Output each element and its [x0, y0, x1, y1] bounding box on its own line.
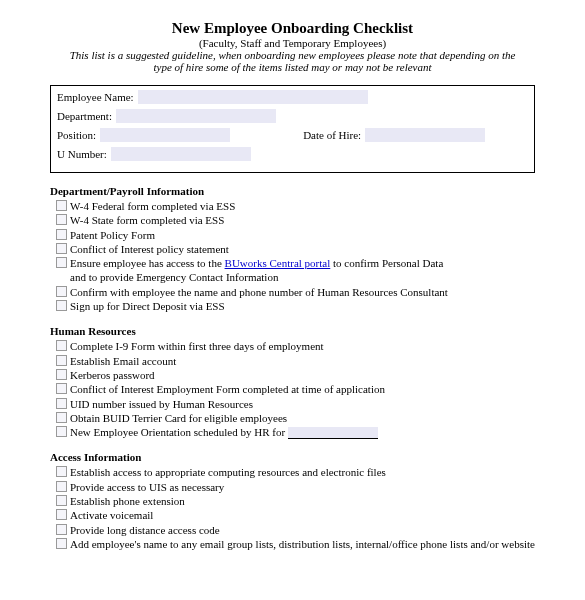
date-of-hire-label: Date of Hire:	[303, 129, 361, 141]
header: New Employee Onboarding Checklist (Facul…	[50, 20, 535, 73]
checklist-text: Confirm with employee the name and phone…	[70, 285, 535, 299]
text-fragment: New Employee Orientation scheduled by HR…	[70, 426, 288, 438]
checklist-text: Complete I-9 Form within first three day…	[70, 339, 535, 353]
checkbox[interactable]	[56, 509, 67, 520]
checklist-text: New Employee Orientation scheduled by HR…	[70, 425, 535, 439]
checklist-text: Provide long distance access code	[70, 523, 535, 537]
checkbox[interactable]	[56, 286, 67, 297]
section-dept-payroll: Department/Payroll Information W-4 Feder…	[50, 185, 535, 313]
checkbox[interactable]	[56, 398, 67, 409]
section-access-information: Access Information Establish access to a…	[50, 451, 535, 551]
checklist-text: Conflict of Interest policy statement	[70, 242, 535, 256]
employee-name-field[interactable]	[138, 90, 368, 104]
checkbox[interactable]	[56, 538, 67, 549]
checklist-text: Establish access to appropriate computin…	[70, 465, 535, 479]
position-label: Position:	[57, 129, 96, 141]
checklist-text: Establish phone extension	[70, 494, 535, 508]
buworks-link[interactable]: BUworks Central portal	[225, 257, 331, 269]
employee-info-box: Employee Name: Department: Position: Dat…	[50, 85, 535, 173]
employee-name-label: Employee Name:	[57, 91, 134, 103]
text-fragment: to confirm Personal Data	[330, 257, 443, 269]
checkbox[interactable]	[56, 426, 67, 437]
checklist-text: Add employee's name to any email group l…	[70, 537, 535, 551]
u-number-label: U Number:	[57, 148, 107, 160]
checklist-text: W-4 Federal form completed via ESS	[70, 199, 535, 213]
department-field[interactable]	[116, 109, 276, 123]
checkbox[interactable]	[56, 466, 67, 477]
checklist-text: Patent Policy Form	[70, 228, 535, 242]
checklist-text: Sign up for Direct Deposit via ESS	[70, 299, 535, 313]
checklist-text: Ensure employee has access to the BUwork…	[70, 256, 535, 270]
checkbox[interactable]	[56, 300, 67, 311]
checkbox[interactable]	[56, 369, 67, 380]
section-title-access: Access Information	[50, 451, 535, 463]
checkbox[interactable]	[56, 481, 67, 492]
checklist-text: Conflict of Interest Employment Form com…	[70, 382, 535, 396]
checkbox[interactable]	[56, 383, 67, 394]
department-label: Department:	[57, 110, 112, 122]
checkbox[interactable]	[56, 524, 67, 535]
section-human-resources: Human Resources Complete I-9 Form within…	[50, 325, 535, 439]
page-note: This list is a suggested guideline, when…	[50, 49, 535, 73]
checkbox[interactable]	[56, 243, 67, 254]
checkbox[interactable]	[56, 200, 67, 211]
checkbox[interactable]	[56, 229, 67, 240]
page-subtitle: (Faculty, Staff and Temporary Employees)	[50, 37, 535, 49]
checkbox[interactable]	[56, 412, 67, 423]
date-of-hire-field[interactable]	[365, 128, 485, 142]
position-field[interactable]	[100, 128, 230, 142]
section-title-dept-payroll: Department/Payroll Information	[50, 185, 535, 197]
checklist-continuation: and to provide Emergency Contact Informa…	[50, 270, 535, 284]
checklist-text: Kerberos password	[70, 368, 535, 382]
checklist-text: UID number issued by Human Resources	[70, 397, 535, 411]
checkbox[interactable]	[56, 214, 67, 225]
hr-date-field[interactable]	[288, 427, 378, 439]
checklist-text: Activate voicemail	[70, 508, 535, 522]
checkbox[interactable]	[56, 340, 67, 351]
checklist-text: Obtain BUID Terrier Card for eligible em…	[70, 411, 535, 425]
section-title-hr: Human Resources	[50, 325, 535, 337]
text-fragment: Ensure employee has access to the	[70, 257, 225, 269]
checklist-text: Establish Email account	[70, 354, 535, 368]
checklist-text: W-4 State form completed via ESS	[70, 213, 535, 227]
checkbox[interactable]	[56, 495, 67, 506]
u-number-field[interactable]	[111, 147, 251, 161]
checklist-text: Provide access to UIS as necessary	[70, 480, 535, 494]
page-title: New Employee Onboarding Checklist	[50, 20, 535, 37]
checkbox[interactable]	[56, 257, 67, 268]
checkbox[interactable]	[56, 355, 67, 366]
